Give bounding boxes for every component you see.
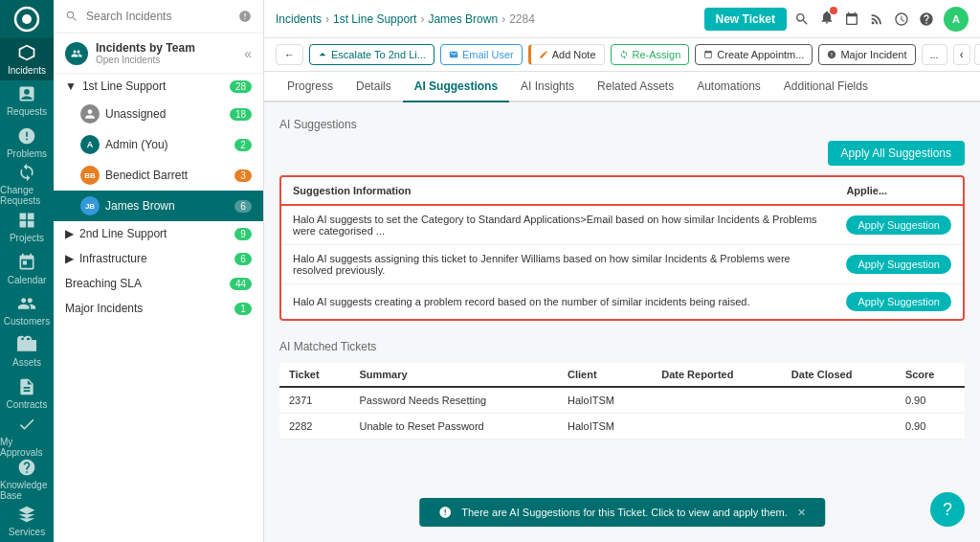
prev-button[interactable]: ‹ (953, 44, 970, 65)
back-button[interactable]: ← (276, 44, 303, 65)
topbar: Incidents › 1st Line Support › James Bro… (264, 0, 980, 38)
sidebar-item-contracts[interactable]: Contracts (0, 373, 54, 414)
ticket-score-2: 0.90 (896, 414, 965, 440)
tree-item-major[interactable]: Major Incidents 1 (54, 296, 263, 321)
tree-item-2nd-line[interactable]: ▶ 2nd Line Support 9 (54, 221, 263, 246)
collapse-button[interactable]: « (244, 46, 252, 61)
apply-suggestion-3[interactable]: Apply Suggestion (846, 292, 951, 311)
tree-item-breaching[interactable]: Breaching SLA 44 (54, 271, 263, 296)
breadcrumb-ticket: 2284 (509, 12, 535, 26)
new-ticket-button[interactable]: New Ticket (704, 8, 787, 31)
sidebar-item-problems[interactable]: Problems (0, 122, 54, 163)
notification-close[interactable]: ✕ (797, 507, 806, 519)
sidebar-item-requests[interactable]: Requests (0, 80, 54, 122)
fab-button[interactable]: ? (930, 492, 965, 527)
sidebar-item-incidents[interactable]: Incidents (0, 38, 54, 79)
tab-details[interactable]: Details (345, 72, 403, 102)
tab-ai-suggestions[interactable]: AI Suggestions (403, 72, 509, 102)
sidebar-item-approvals[interactable]: My Approvals (0, 415, 54, 458)
sidebar-item-knowledge[interactable]: Knowledge Base (0, 458, 54, 501)
ticket-num-2: 2282 (279, 414, 350, 440)
search-bar[interactable] (54, 0, 263, 34)
clock-icon[interactable] (894, 11, 909, 27)
ticket-summary-1: Password Needs Resetting (350, 387, 559, 414)
tree-list: ▼ 1st Line Support 28 Unassigned 18 A Ad… (54, 74, 263, 542)
suggestion-row-2: Halo AI suggests assigning this ticket t… (281, 245, 963, 284)
suggestion-text-1: Halo AI suggests to set the Category to … (281, 205, 835, 245)
sidebar-item-calendar[interactable]: Calendar (0, 248, 54, 289)
sidebar-item-customers[interactable]: Customers (0, 289, 54, 330)
create-appointment-button[interactable]: Create Appointm... (695, 44, 813, 65)
sidebar-item-services[interactable]: Services (0, 501, 54, 542)
notif-icon (438, 506, 452, 519)
search-input[interactable] (86, 10, 231, 23)
tab-ai-insights[interactable]: AI Insights (509, 72, 586, 102)
col-summary: Summary (350, 363, 559, 387)
calendar-icon[interactable] (844, 11, 859, 27)
tree-item-infra[interactable]: ▶ Infrastructure 6 (54, 246, 263, 271)
help-icon[interactable] (919, 11, 934, 27)
add-note-button[interactable]: Add Note (528, 44, 605, 65)
suggestion-text-2: Halo AI suggests assigning this ticket t… (281, 245, 835, 284)
ticket-date-closed-2 (782, 414, 896, 440)
tree-item-unassigned[interactable]: Unassigned 18 (54, 99, 263, 129)
tree-item-1st-line[interactable]: ▼ 1st Line Support 28 (54, 74, 263, 99)
matched-tickets-table: Ticket Summary Client Date Reported Date… (279, 363, 965, 440)
topbar-icons: A (794, 7, 969, 32)
apply-suggestion-1[interactable]: Apply Suggestion (846, 215, 951, 235)
apply-all-button[interactable]: Apply All Suggestions (828, 141, 965, 166)
more-button[interactable]: ... (922, 44, 947, 65)
next-button[interactable]: › (974, 44, 980, 65)
tab-additional[interactable]: Additional Fields (772, 72, 880, 102)
tree-item-admin[interactable]: A Admin (You) 2 (54, 129, 263, 160)
logo[interactable] (0, 0, 54, 38)
tab-automations[interactable]: Automations (685, 72, 772, 102)
ticket-date-reported-1 (652, 387, 782, 414)
col-date-reported: Date Reported (652, 363, 782, 387)
tab-related-assets[interactable]: Related Assets (586, 72, 685, 102)
breadcrumb: Incidents › 1st Line Support › James Bro… (276, 12, 697, 26)
col-score: Score (896, 363, 965, 387)
matched-row-1: 2371 Password Needs Resetting HaloITSM 0… (279, 387, 965, 414)
ticket-num-1: 2371 (279, 387, 350, 414)
suggestion-row-1: Halo AI suggests to set the Category to … (281, 205, 963, 245)
matched-row-2: 2282 Unable to Reset Password HaloITSM 0… (279, 414, 965, 440)
panel-title: Incidents by Team Open Incidents « (54, 34, 263, 74)
tab-bar: Progress Details AI Suggestions AI Insig… (264, 72, 980, 102)
sidebar-item-change[interactable]: Change Requests (0, 163, 54, 206)
reassign-button[interactable]: Re-Assign (611, 44, 690, 65)
sidebar-item-projects[interactable]: Projects (0, 206, 54, 247)
tree-item-james[interactable]: JB James Brown 6 (54, 191, 263, 221)
sidebar: Incidents Requests Problems Change Reque… (0, 0, 54, 542)
nav-arrows: ‹ › ↗ « 👁 ↗ (953, 44, 980, 65)
ticket-client-2: HaloITSM (558, 414, 652, 440)
tree-item-benedict[interactable]: BB Benedict Barrett 3 (54, 160, 263, 191)
ai-suggestions-title: AI Suggestions (279, 118, 965, 131)
user-avatar-top[interactable]: A (944, 7, 969, 32)
tab-progress[interactable]: Progress (276, 72, 345, 102)
breadcrumb-incidents[interactable]: Incidents (276, 12, 322, 26)
feed-icon[interactable] (869, 11, 884, 27)
suggestion-col-header: Suggestion Information (281, 177, 835, 205)
col-date-closed: Date Closed (782, 363, 896, 387)
panel-avatar (65, 42, 88, 65)
escalate-button[interactable]: Escalate To 2nd Li... (309, 44, 434, 65)
apply-suggestion-2[interactable]: Apply Suggestion (846, 255, 951, 274)
left-panel: Incidents by Team Open Incidents « ▼ 1st… (54, 0, 264, 542)
suggestion-row-3: Halo AI suggests creating a problem reco… (281, 284, 963, 320)
col-ticket: Ticket (279, 363, 350, 387)
bottom-notification[interactable]: There are AI Suggestions for this Ticket… (419, 498, 825, 527)
user-avatar-unassigned (80, 104, 100, 124)
major-incident-button[interactable]: Major Incident (818, 44, 915, 65)
search-icon[interactable] (794, 11, 810, 27)
notification-bell[interactable] (819, 10, 835, 28)
sidebar-item-assets[interactable]: Assets (0, 331, 54, 373)
email-user-button[interactable]: Email User (440, 44, 523, 65)
suggestion-text-3: Halo AI suggests creating a problem reco… (281, 284, 835, 320)
breadcrumb-james[interactable]: James Brown (428, 12, 498, 26)
applied-col-header: Applie... (835, 177, 963, 205)
matched-tickets-title: AI Matched Tickets (279, 340, 965, 353)
ticket-client-1: HaloITSM (558, 387, 652, 414)
ticket-score-1: 0.90 (896, 387, 965, 414)
breadcrumb-1st-line[interactable]: 1st Line Support (333, 12, 416, 26)
